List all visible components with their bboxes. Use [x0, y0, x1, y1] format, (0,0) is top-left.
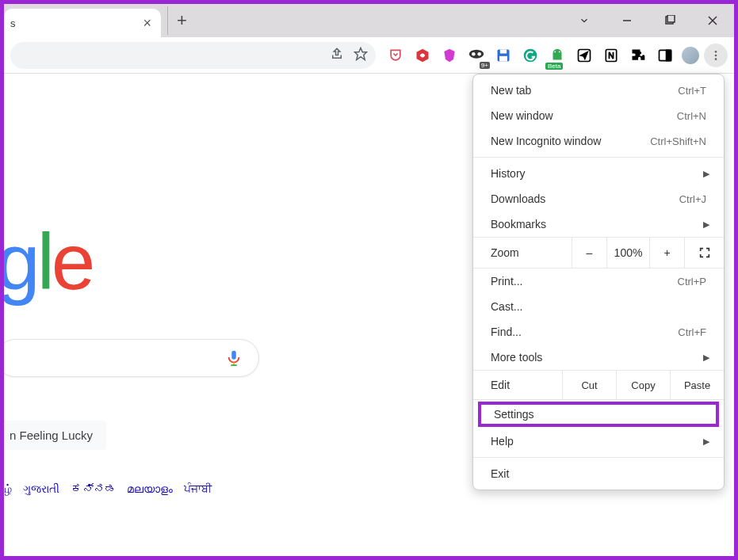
lang-link[interactable]: ગુજરાતી: [23, 482, 59, 496]
tab-title: s: [10, 17, 140, 29]
tab-strip: s × +: [4, 4, 734, 37]
extension-pocket-icon[interactable]: [384, 44, 407, 67]
menu-label: Find...: [491, 326, 678, 338]
extension-grammarly-icon[interactable]: [518, 44, 542, 67]
menu-label: Settings: [494, 408, 703, 421]
close-tab-icon[interactable]: ×: [140, 15, 155, 32]
menu-downloads[interactable]: Downloads Ctrl+J: [473, 186, 724, 211]
menu-separator: [473, 457, 724, 458]
browser-toolbar: 9+ Beta: [4, 37, 734, 74]
maximize-window-button[interactable]: [648, 4, 691, 37]
menu-bookmarks[interactable]: Bookmarks ▶: [473, 211, 724, 237]
extension-brave-icon[interactable]: [438, 44, 461, 67]
menu-shortcut: Ctrl+N: [677, 110, 706, 122]
lang-link[interactable]: மிழ்: [0, 482, 12, 496]
menu-label: Downloads: [491, 192, 679, 205]
menu-shortcut: Ctrl+T: [678, 85, 706, 97]
menu-shortcut: Ctrl+J: [679, 193, 706, 205]
svg-point-7: [469, 49, 484, 58]
zoom-out-button[interactable]: –: [572, 238, 606, 268]
menu-label: Cast...: [491, 300, 706, 313]
more-menu-button[interactable]: [704, 44, 728, 67]
lang-link[interactable]: ਪੰਜਾਬੀ: [184, 482, 212, 496]
extension-android-icon[interactable]: Beta: [545, 44, 569, 67]
svg-rect-20: [667, 50, 671, 60]
svg-point-14: [554, 51, 556, 52]
browser-tab[interactable]: s ×: [4, 9, 161, 37]
menu-label: Print...: [491, 275, 678, 288]
svg-rect-24: [231, 351, 236, 360]
search-input[interactable]: [0, 339, 259, 377]
profile-avatar[interactable]: [680, 45, 701, 66]
extension-privacy-icon[interactable]: 9+: [465, 44, 488, 67]
extension-send-icon[interactable]: [572, 44, 596, 67]
close-window-button[interactable]: [691, 4, 734, 37]
side-panel-icon[interactable]: [653, 44, 677, 67]
menu-more-tools[interactable]: More tools ▶: [473, 345, 724, 370]
fullscreen-icon[interactable]: [684, 238, 724, 268]
extension-adblock-icon[interactable]: [411, 44, 434, 67]
menu-shortcut: Ctrl+P: [678, 276, 706, 288]
menu-label: Zoom: [473, 238, 572, 267]
menu-cast[interactable]: Cast...: [473, 294, 724, 319]
menu-exit[interactable]: Exit: [473, 461, 724, 486]
menu-find[interactable]: Find... Ctrl+F: [473, 319, 724, 345]
svg-point-21: [715, 51, 717, 53]
extension-notion-icon[interactable]: [599, 44, 623, 67]
extensions-puzzle-icon[interactable]: [626, 44, 650, 67]
menu-label: Bookmarks: [491, 218, 706, 230]
google-logo-fragment: gle: [0, 216, 92, 307]
address-bar[interactable]: [10, 42, 376, 69]
menu-edit-row: Edit Cut Copy Paste: [473, 370, 724, 400]
menu-new-window[interactable]: New window Ctrl+N: [473, 103, 724, 128]
extension-badge: 9+: [480, 62, 490, 69]
svg-point-8: [472, 51, 476, 55]
extension-save-icon[interactable]: [491, 44, 515, 67]
menu-label: Edit: [473, 371, 562, 399]
svg-point-23: [715, 58, 717, 60]
menu-label: New tab: [491, 84, 678, 97]
menu-label: Exit: [491, 467, 706, 480]
zoom-percent: 100%: [606, 238, 649, 268]
menu-shortcut: Ctrl+F: [678, 326, 706, 338]
menu-settings[interactable]: Settings: [478, 402, 719, 427]
beta-badge: Beta: [545, 63, 563, 70]
menu-shortcut: Ctrl+Shift+N: [650, 135, 706, 147]
menu-label: New Incognito window: [491, 135, 650, 147]
menu-label: History: [491, 167, 706, 180]
share-icon[interactable]: [330, 47, 344, 64]
zoom-in-button[interactable]: +: [649, 238, 684, 268]
feeling-lucky-button[interactable]: n Feeling Lucky: [0, 421, 106, 450]
menu-print[interactable]: Print... Ctrl+P: [473, 269, 724, 294]
edit-cut-button[interactable]: Cut: [562, 371, 616, 399]
lang-link[interactable]: മലയാളം: [127, 482, 173, 496]
menu-new-tab[interactable]: New tab Ctrl+T: [473, 78, 724, 103]
microphone-icon[interactable]: [225, 349, 243, 367]
svg-point-9: [477, 51, 481, 55]
edit-paste-button[interactable]: Paste: [670, 371, 724, 399]
menu-history[interactable]: History ▶: [473, 161, 724, 186]
chrome-main-menu: New tab Ctrl+T New window Ctrl+N New Inc…: [472, 74, 725, 490]
svg-rect-2: [667, 15, 675, 22]
menu-separator: [473, 157, 724, 158]
lang-link[interactable]: ಕನ್ನಡ: [71, 482, 116, 496]
menu-new-incognito[interactable]: New Incognito window Ctrl+Shift+N: [473, 128, 724, 154]
logo-letter-l: l: [37, 217, 52, 306]
menu-label: More tools: [491, 351, 706, 364]
language-links: மிழ் ગુજરાતી ಕನ್ನಡ മലയാളം ਪੰਜਾਬੀ: [0, 482, 212, 496]
tab-search-chevron-icon[interactable]: [563, 4, 606, 37]
window-controls: [563, 4, 734, 37]
minimize-window-button[interactable]: [606, 4, 648, 37]
svg-rect-11: [500, 49, 507, 53]
menu-label: New window: [491, 109, 677, 122]
new-tab-button[interactable]: +: [167, 6, 196, 35]
bookmark-star-icon[interactable]: [354, 47, 368, 64]
svg-rect-12: [499, 55, 507, 61]
svg-point-22: [715, 54, 717, 56]
menu-label: Help: [491, 435, 706, 448]
svg-point-15: [559, 51, 560, 52]
edit-copy-button[interactable]: Copy: [616, 371, 670, 399]
menu-help[interactable]: Help ▶: [473, 429, 724, 454]
logo-letter-g: g: [0, 217, 37, 306]
svg-marker-5: [355, 48, 367, 59]
